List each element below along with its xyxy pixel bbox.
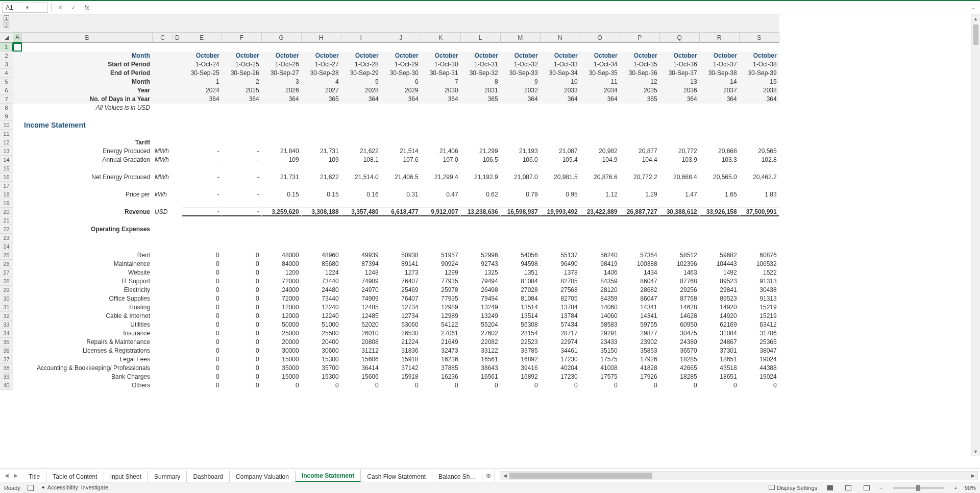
row-header[interactable]: 16 <box>0 173 13 182</box>
row-header[interactable]: 22 <box>0 225 13 234</box>
cell-value[interactable]: 24867 <box>700 338 740 347</box>
col-header[interactable]: J <box>381 33 421 43</box>
cell-unit[interactable] <box>153 43 173 52</box>
row-header[interactable]: 13 <box>0 147 13 156</box>
cell-value[interactable]: 91313 <box>740 294 779 303</box>
cell-value[interactable]: 0 <box>182 373 222 381</box>
col-header[interactable]: C <box>153 33 173 43</box>
cell-value[interactable]: 96490 <box>541 260 580 268</box>
cell-value[interactable]: 20,981.5 <box>541 173 580 182</box>
cell-value[interactable]: 364 <box>740 95 779 104</box>
cell-value[interactable]: 25000 <box>262 329 302 338</box>
cell-value[interactable]: 0 <box>541 381 580 390</box>
col-header[interactable]: K <box>421 33 461 43</box>
cell-value[interactable]: 21,840 <box>262 147 302 156</box>
cell-value[interactable]: 84000 <box>262 260 302 268</box>
col-header[interactable]: H <box>302 33 341 43</box>
cell-value[interactable]: 81084 <box>501 277 541 286</box>
cell-value[interactable]: 108.1 <box>341 156 381 164</box>
cell-value[interactable]: 44388 <box>740 364 779 373</box>
col-header[interactable]: E <box>182 33 222 43</box>
cell-value[interactable]: 37885 <box>421 364 461 373</box>
cell[interactable] <box>13 338 22 347</box>
cell-value[interactable]: 20000 <box>262 338 302 347</box>
cell-unit[interactable] <box>153 294 173 303</box>
row-header[interactable]: 25 <box>0 251 13 260</box>
cell-value[interactable]: 30000 <box>262 347 302 355</box>
cell-value[interactable]: 35853 <box>620 347 660 355</box>
cell-value[interactable]: 63412 <box>740 321 779 329</box>
cell-value[interactable]: 15606 <box>341 373 381 381</box>
cell-value[interactable]: 11 <box>580 78 620 86</box>
cell-value[interactable]: 16892 <box>501 373 541 381</box>
cell-unit[interactable] <box>153 303 173 312</box>
row-header[interactable]: 4 <box>0 69 13 78</box>
row-header[interactable]: 5 <box>0 78 13 86</box>
cell-value[interactable]: 55204 <box>461 321 501 329</box>
cell-value[interactable]: 1224 <box>302 268 341 277</box>
cell-value[interactable]: 27602 <box>461 329 501 338</box>
cell-value[interactable]: October <box>302 52 341 60</box>
fx-icon[interactable]: fx <box>81 3 92 13</box>
cell-value[interactable]: 0 <box>222 355 262 364</box>
cell-value[interactable]: 50000 <box>262 321 302 329</box>
cell-value[interactable]: 104.4 <box>620 156 660 164</box>
cell-value[interactable]: 365 <box>620 95 660 104</box>
cell-value[interactable]: 21,622 <box>341 147 381 156</box>
cell-value[interactable]: 2034 <box>580 86 620 95</box>
cell-value[interactable] <box>461 43 501 52</box>
cell-unit[interactable] <box>153 347 173 355</box>
cell-value[interactable]: 1492 <box>700 268 740 277</box>
cell[interactable] <box>13 312 22 321</box>
cell-value[interactable]: 107.0 <box>421 156 461 164</box>
cell-value[interactable]: 17926 <box>620 355 660 364</box>
cell-value[interactable]: October <box>501 52 541 60</box>
cell-value[interactable]: 13784 <box>541 312 580 321</box>
cell-value[interactable]: 27061 <box>421 329 461 338</box>
cell-value[interactable]: 13249 <box>461 303 501 312</box>
cell-value[interactable]: 19024 <box>740 373 779 381</box>
cell-value[interactable]: 1-Oct-32 <box>501 60 541 69</box>
cell-value[interactable]: 0 <box>302 381 341 390</box>
cell-value[interactable]: 59755 <box>620 321 660 329</box>
cell-value[interactable]: 1-Oct-36 <box>660 60 700 69</box>
cell-value[interactable]: 16561 <box>461 373 501 381</box>
cell-label[interactable] <box>22 43 153 52</box>
cell-value[interactable]: October <box>381 52 421 60</box>
cell-value[interactable]: 82705 <box>541 277 580 286</box>
cell-value[interactable]: 2030 <box>421 86 461 95</box>
cell-value[interactable]: 13514 <box>501 303 541 312</box>
name-box[interactable]: A1 ▼ <box>2 3 48 13</box>
cell-value[interactable]: 1351 <box>501 268 541 277</box>
cell-value[interactable]: 2026 <box>262 86 302 95</box>
cell-value[interactable]: 21,406 <box>421 147 461 156</box>
cell-value[interactable]: 0.16 <box>341 190 381 199</box>
cell[interactable] <box>13 251 22 260</box>
cell-value[interactable]: 0.15 <box>302 190 341 199</box>
cell-value[interactable]: 1299 <box>421 268 461 277</box>
cell-value[interactable]: 0 <box>182 364 222 373</box>
cell-value[interactable]: 57434 <box>541 321 580 329</box>
cell-value[interactable]: 364 <box>501 95 541 104</box>
cell-value[interactable]: October <box>660 52 700 60</box>
cell-value[interactable]: 28120 <box>580 286 620 294</box>
cell[interactable] <box>13 78 22 86</box>
cell-value[interactable]: 40204 <box>541 364 580 373</box>
cell-value[interactable]: 20,982 <box>580 147 620 156</box>
cell-value[interactable]: 1-Oct-33 <box>541 60 580 69</box>
cell-unit[interactable] <box>153 78 173 86</box>
cell-value[interactable]: 20,668.4 <box>660 173 700 182</box>
cell-value[interactable]: 15918 <box>381 355 421 364</box>
cell-value[interactable]: 12734 <box>381 303 421 312</box>
cell-value[interactable] <box>700 43 740 52</box>
cell-value[interactable]: 1-Oct-34 <box>580 60 620 69</box>
cell-value[interactable]: 77935 <box>421 277 461 286</box>
col-header[interactable]: A <box>13 33 22 43</box>
cell-value[interactable]: 0 <box>222 321 262 329</box>
row-header[interactable]: 21 <box>0 216 13 225</box>
cell-value[interactable]: 30-Sep-35 <box>580 69 620 78</box>
cell-value[interactable]: 21,087.0 <box>501 173 541 182</box>
cell-value[interactable]: 0 <box>461 381 501 390</box>
col-header[interactable]: N <box>541 33 580 43</box>
cell-value[interactable]: 22974 <box>541 338 580 347</box>
